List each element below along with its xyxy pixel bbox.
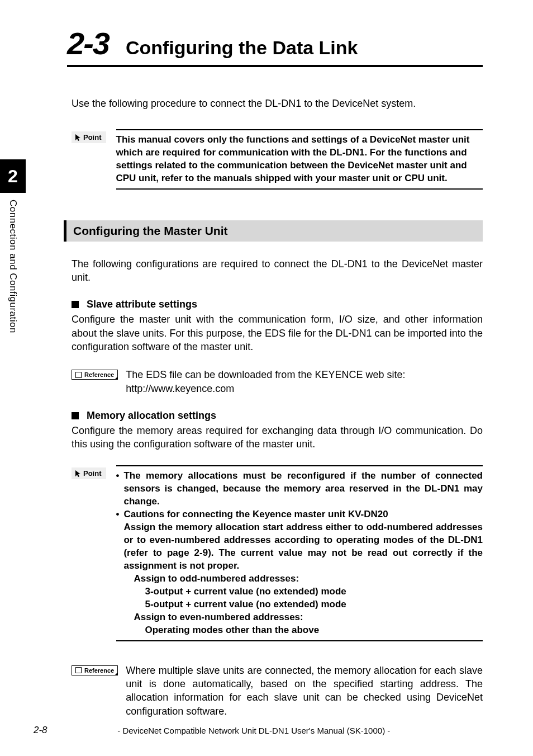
point2-even-1: Operating modes other than the above [145,624,483,637]
subsection-intro: The following configurations are require… [72,257,483,285]
square-bullet-icon [72,412,79,419]
reference-label-text: Reference [84,667,114,674]
side-tab-number: 2 [0,159,26,193]
page-number: 2-8 [34,725,47,736]
side-tab: 2 Connection and Configuration [0,159,26,333]
memory-body: Configure the memory areas required for … [72,424,483,451]
page-footer: 2-8 - DeviceNet Compatible Network Unit … [34,725,483,736]
point-box-2: Point The memory allocations must be rec… [72,465,483,641]
point2-odd-1: 3-output + current value (no extended) m… [145,585,483,598]
slave-body: Configure the master unit with the commu… [72,313,483,353]
slave-heading: Slave attribute settings [72,299,483,310]
section-number: 2-3 [67,25,109,62]
reference-box-2: Reference Where multiple slave units are… [72,664,483,718]
point2-bullet2-l2: Assign the memory allocation start addre… [123,521,483,573]
point2-odd-2: 5-output + current value (no extended) m… [145,598,483,611]
side-tab-text: Connection and Configuration [7,200,18,333]
point2-odd-heading: Assign to odd-numbered addresses: [134,573,483,585]
reference-label: Reference [72,370,118,380]
point-label-text: Point [83,133,102,141]
memory-heading: Memory allocation settings [72,410,483,422]
cursor-icon [75,134,81,141]
reference-label: Reference [72,665,118,675]
section-title: Configuring the Data Link [126,37,358,59]
section-heading: 2-3 Configuring the Data Link [67,25,483,67]
point-body-2: The memory allocations must be reconfigu… [116,465,483,641]
ref1-line1: The EDS file can be downloaded from the … [126,368,483,381]
point-box-1: Point This manual covers only the functi… [72,129,483,190]
square-bullet-icon [72,301,79,308]
slave-heading-text: Slave attribute settings [87,299,197,310]
point-body-1: This manual covers only the functions an… [116,129,483,190]
point-label: Point [72,131,106,143]
subsection-heading: Configuring the Master Unit [64,220,483,242]
ref1-line2: http://www.keyence.com [126,382,483,395]
point2-even-heading: Assign to even-numbered addresses: [134,611,483,624]
point-label-text: Point [83,469,102,478]
reference-body-2: Where multiple slave units are connected… [126,664,483,718]
memory-heading-text: Memory allocation settings [87,410,216,422]
point2-bullet1: The memory allocations must be reconfigu… [123,470,483,508]
point2-bullet2-l1: Cautions for connecting the Keyence mast… [123,508,483,521]
intro-text: Use the following procedure to connect t… [72,98,483,110]
cursor-icon [75,470,81,478]
point-label: Point [72,467,106,479]
reference-label-text: Reference [84,371,114,378]
reference-body-1: The EDS file can be downloaded from the … [126,368,483,395]
footer-title: - DeviceNet Compatible Network Unit DL-D… [47,726,460,735]
reference-box-1: Reference The EDS file can be downloaded… [72,368,483,395]
